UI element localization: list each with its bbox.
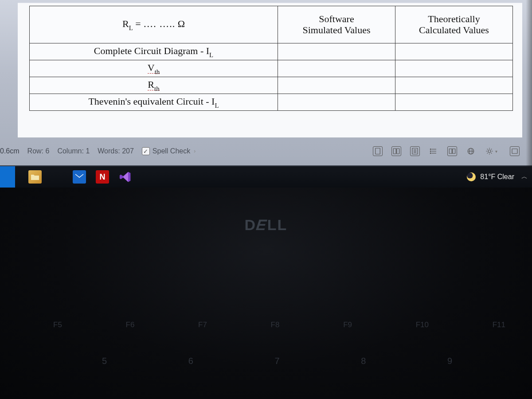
brightness-icon	[485, 146, 494, 156]
svg-rect-26	[75, 173, 84, 180]
chevron-right-icon: ›	[194, 148, 196, 154]
key-f6: F6	[126, 321, 135, 329]
fn-key-row: F5 F6 F7 F8 F9 F10 F11	[53, 321, 505, 329]
key-f10: F10	[416, 321, 429, 329]
app-n-icon[interactable]: N	[96, 170, 109, 184]
header-theoretical-l1: Theoretically	[398, 14, 510, 24]
cell-r4-c2[interactable]	[278, 94, 395, 111]
weather-moon-icon[interactable]	[467, 172, 476, 181]
checkbox-icon: ✓	[142, 147, 150, 155]
cell-r3-c3[interactable]	[395, 77, 513, 94]
cell-r3-c2[interactable]	[278, 77, 395, 94]
svg-point-11	[430, 151, 431, 152]
list-view-icon[interactable]	[429, 146, 438, 156]
status-bar: 0.6cm Row: 6 Column: 1 Words: 207 ✓ Spel…	[0, 141, 527, 161]
tray-expand-icon[interactable]: ︿	[521, 173, 528, 181]
svg-point-10	[430, 149, 431, 150]
svg-rect-25	[512, 149, 517, 154]
cell-r2-c2[interactable]	[278, 60, 395, 77]
chevron-down-icon: ▾	[495, 149, 497, 154]
key-7: 7	[274, 356, 279, 366]
dell-logo: DELL	[245, 216, 288, 234]
key-f8: F8	[271, 321, 280, 329]
cell-r1-c2[interactable]	[278, 43, 395, 60]
svg-rect-1	[393, 149, 396, 154]
key-9: 9	[447, 356, 452, 366]
microsoft-store-icon[interactable]	[51, 171, 63, 183]
text-rl: RL = …. ….. Ω	[122, 18, 185, 29]
svg-rect-0	[376, 148, 380, 154]
svg-point-16	[488, 150, 491, 153]
row-vth[interactable]: Vth	[30, 60, 278, 77]
header-theoretical[interactable]: Theoretically Calculated Values	[395, 6, 513, 43]
document-window: RL = …. ….. Ω Software Simulated Values …	[0, 0, 532, 166]
svg-line-23	[487, 153, 488, 154]
single-page-view-icon[interactable]	[373, 146, 383, 156]
windows-taskbar[interactable]: N 81°F Clear ︿	[0, 166, 532, 188]
book-view-icon[interactable]	[447, 146, 457, 156]
page-layout-icon[interactable]	[410, 146, 420, 156]
taskbar-active-app-indicator[interactable]	[0, 166, 15, 188]
key-f11: F11	[493, 321, 505, 329]
status-words[interactable]: Words: 207	[98, 147, 134, 155]
fullscreen-icon[interactable]	[510, 146, 520, 156]
spell-check-toggle[interactable]: ✓ Spell Check ›	[142, 147, 196, 155]
row-rth[interactable]: Rth	[30, 77, 278, 94]
status-row[interactable]: Row: 6	[27, 147, 50, 155]
cell-r2-c3[interactable]	[395, 60, 513, 77]
status-column[interactable]: Column: 1	[57, 147, 90, 155]
key-f9: F9	[343, 321, 352, 329]
cell-r1-c3[interactable]	[395, 43, 513, 60]
cell-r4-c3[interactable]	[395, 94, 513, 111]
row-thevenin[interactable]: Thevenin's equivalent Circuit - IL	[30, 94, 278, 111]
svg-rect-2	[397, 149, 399, 154]
svg-line-22	[491, 153, 492, 154]
key-6: 6	[188, 356, 193, 366]
header-software[interactable]: Software Simulated Values	[278, 6, 395, 43]
file-explorer-icon[interactable]	[28, 170, 42, 184]
svg-line-21	[487, 149, 488, 150]
laptop-body: DELL F5 F6 F7 F8 F9 F10 F11 5 6 7 8 9	[0, 188, 532, 399]
multi-page-view-icon[interactable]	[391, 146, 401, 156]
results-table[interactable]: RL = …. ….. Ω Software Simulated Values …	[29, 6, 513, 111]
key-f5: F5	[53, 321, 62, 329]
web-view-icon[interactable]	[466, 146, 476, 156]
status-measure[interactable]: 0.6cm	[0, 147, 20, 155]
brightness-control[interactable]: ▾	[485, 146, 497, 156]
svg-line-24	[491, 149, 492, 150]
row-complete-diagram[interactable]: Complete Circuit Diagram - IL	[30, 43, 278, 60]
svg-point-12	[430, 153, 431, 154]
document-canvas[interactable]: RL = …. ….. Ω Software Simulated Values …	[18, 3, 522, 138]
visual-studio-icon[interactable]	[119, 170, 132, 184]
key-5: 5	[102, 356, 107, 366]
key-8: 8	[361, 356, 366, 366]
mail-icon[interactable]	[73, 170, 86, 184]
bezel	[526, 0, 532, 166]
weather-text[interactable]: 81°F Clear	[480, 173, 514, 181]
header-rl[interactable]: RL = …. ….. Ω	[30, 6, 278, 43]
num-key-row: 5 6 7 8 9	[102, 356, 452, 366]
header-theoretical-l2: Calculated Values	[398, 25, 510, 35]
header-software-l2: Simulated Values	[281, 25, 392, 35]
key-f7: F7	[198, 321, 207, 329]
header-software-l1: Software	[281, 14, 392, 24]
